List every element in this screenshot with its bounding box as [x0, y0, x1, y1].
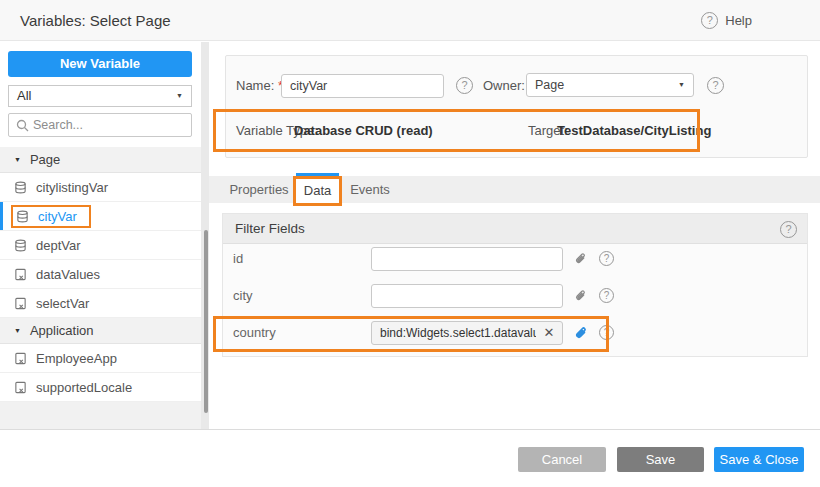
field-help-icon[interactable]: ?: [599, 325, 614, 340]
tab-properties[interactable]: Properties: [222, 176, 296, 203]
city-field-input[interactable]: [371, 284, 563, 308]
help-label: Help: [725, 13, 752, 28]
tree-item-employeeapp[interactable]: EmployeeApp: [0, 344, 201, 373]
filter-fields-title: Filter Fields: [235, 214, 305, 244]
name-label: Name: *: [236, 74, 283, 98]
variable-filter-value: All: [17, 88, 31, 103]
cancel-button[interactable]: Cancel: [518, 447, 606, 472]
variable-tree: ▼ Page citylistingVar cityVar deptVar da…: [0, 147, 201, 402]
field-label: city: [233, 284, 253, 308]
filter-fields-header: Filter Fields ?: [223, 214, 807, 244]
tree-item-deptvar[interactable]: deptVar: [0, 231, 201, 260]
variable-summary-panel: Name: * ? Owner: * Page ▼ ? Variable Typ…: [225, 55, 808, 158]
tree-group-label: Application: [30, 318, 94, 344]
tree-item-label: dataValues: [36, 267, 100, 282]
owner-help-icon[interactable]: ?: [707, 77, 724, 94]
search-input[interactable]: [33, 114, 188, 136]
target-value: TestDatabase/CityListing: [557, 119, 711, 143]
bind-link-icon[interactable]: [573, 251, 588, 266]
new-variable-button[interactable]: New Variable: [8, 51, 192, 77]
selected-item-highlight: cityVar: [11, 205, 91, 228]
tab-events[interactable]: Events: [342, 176, 398, 203]
dialog-header: Variables: Select Page ? Help: [0, 0, 820, 41]
tree-group-page[interactable]: ▼ Page: [0, 147, 201, 173]
search-icon: [16, 119, 29, 132]
database-icon: [14, 239, 27, 252]
field-help-icon[interactable]: ?: [599, 251, 614, 266]
field-label: id: [233, 247, 243, 271]
database-icon: [14, 181, 27, 194]
page-title: Variables: Select Page: [20, 0, 171, 41]
sidebar-footer-strip: [0, 402, 201, 429]
tree-item-selectvar[interactable]: selectVar: [0, 289, 201, 318]
help-icon: ?: [701, 12, 718, 29]
database-icon: [16, 210, 29, 223]
country-field-input[interactable]: [371, 321, 563, 345]
tree-item-label: selectVar: [36, 296, 89, 311]
save-button[interactable]: Save: [617, 447, 704, 472]
caret-down-icon: ▼: [14, 147, 21, 173]
tree-item-label: supportedLocale: [36, 380, 132, 395]
owner-value: Page: [535, 78, 564, 92]
tree-item-citylistingvar[interactable]: citylistingVar: [0, 173, 201, 202]
bind-link-icon[interactable]: [573, 288, 588, 303]
tree-item-datavalues[interactable]: dataValues: [0, 260, 201, 289]
static-variable-icon: [14, 268, 27, 281]
tree-group-application[interactable]: ▼ Application: [0, 318, 201, 344]
tree-item-label: cityVar: [38, 209, 77, 224]
field-label: country: [233, 321, 276, 345]
tree-item-cityvar[interactable]: cityVar: [0, 202, 201, 231]
footer-divider: [0, 429, 820, 430]
field-help-icon[interactable]: ?: [599, 288, 614, 303]
id-field-input[interactable]: [371, 247, 563, 271]
variable-filter-dropdown[interactable]: All ▼: [8, 85, 192, 107]
owner-dropdown[interactable]: Page ▼: [526, 73, 694, 97]
caret-down-icon: ▼: [14, 318, 21, 344]
variable-type-value: Database CRUD (read): [294, 119, 433, 143]
variable-search: [8, 113, 192, 137]
static-variable-icon: [14, 352, 27, 365]
filter-fields-panel: Filter Fields ? id ? city ? country ✕: [222, 213, 808, 357]
tree-item-supportedlocale[interactable]: supportedLocale: [0, 373, 201, 402]
clear-binding-icon[interactable]: ✕: [539, 321, 559, 345]
filter-row-city: city ?: [223, 284, 807, 308]
filter-row-id: id ?: [223, 247, 807, 271]
tree-item-label: citylistingVar: [36, 180, 108, 195]
tree-item-label: deptVar: [36, 238, 81, 253]
variables-dialog: Variables: Select Page ? Help New Variab…: [0, 0, 820, 487]
help-button[interactable]: ? Help: [701, 0, 752, 41]
tree-item-label: EmployeeApp: [36, 351, 117, 366]
tab-data[interactable]: Data: [293, 176, 342, 206]
static-variable-icon: [14, 381, 27, 394]
tree-group-label: Page: [30, 147, 60, 173]
chevron-down-icon: ▼: [176, 86, 183, 106]
save-and-close-button[interactable]: Save & Close: [714, 447, 804, 472]
name-help-icon[interactable]: ?: [456, 77, 473, 94]
static-variable-icon: [14, 297, 27, 310]
chevron-down-icon: ▼: [678, 74, 685, 96]
name-input[interactable]: [281, 74, 444, 98]
filter-fields-help-icon[interactable]: ?: [780, 221, 797, 238]
sidebar-scrollbar[interactable]: [204, 230, 208, 413]
bind-link-icon[interactable]: [573, 325, 589, 341]
filter-row-country: country ✕ ?: [223, 321, 807, 345]
